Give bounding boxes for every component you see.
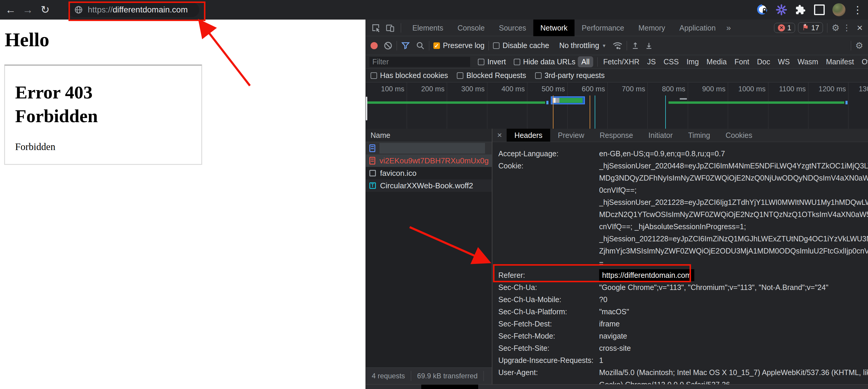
devtools-close-icon[interactable]: × — [854, 22, 866, 33]
tab-elements[interactable]: Elements — [405, 20, 450, 36]
tab-timing[interactable]: Timing — [680, 129, 718, 142]
request-row[interactable] — [366, 142, 492, 154]
error-badge[interactable]: ✕1 — [774, 23, 795, 33]
filter-type-manifest[interactable]: Manifest — [826, 58, 854, 66]
side-panel-icon[interactable] — [813, 4, 825, 16]
starburst-extension-icon[interactable] — [776, 4, 787, 16]
filter-type-doc[interactable]: Doc — [757, 58, 770, 66]
timeline-gridline — [848, 83, 848, 129]
tab-cookies[interactable]: Cookies — [718, 129, 760, 142]
filter-type-fetch[interactable]: Fetch/XHR — [603, 58, 640, 66]
header-row-sec-fetch-site: Sec-Fetch-Site: cross-site — [498, 342, 868, 354]
invert-checkbox[interactable] — [478, 59, 485, 65]
has-blocked-cookies-checkbox[interactable] — [371, 72, 377, 79]
network-overview-timeline[interactable]: 100 ms200 ms300 ms400 ms500 ms600 ms700 … — [366, 83, 868, 129]
reload-icon[interactable]: ↻ — [38, 0, 52, 20]
tab-console[interactable]: Console — [450, 20, 492, 36]
timeline-tick-label: 1000 ms — [730, 85, 766, 93]
console-drawer-strip — [366, 384, 868, 389]
tab-initiator[interactable]: Initiator — [641, 129, 680, 142]
document-icon — [369, 144, 375, 152]
disable-cache-label: Disable cache — [502, 41, 549, 50]
header-row-sec-ch-ua: Sec-Ch-Ua: "Google Chrome";v="113", "Chr… — [498, 281, 868, 294]
request-row[interactable]: vi2EKou9wt7DBH7RXu0mUx0g — [366, 154, 492, 167]
clear-icon[interactable] — [383, 41, 393, 50]
tab-performance[interactable]: Performance — [575, 20, 631, 36]
devtools-tabbar: Elements Console Sources Network Perform… — [366, 20, 868, 36]
record-icon[interactable] — [371, 42, 378, 49]
detail-close-icon[interactable]: × — [492, 130, 507, 140]
timeline-gridline — [728, 83, 728, 129]
timeline-grip[interactable] — [366, 97, 367, 120]
third-party-requests-label: 3rd-party requests — [545, 71, 605, 80]
browser-menu-icon[interactable]: ⋮ — [852, 0, 863, 20]
blocked-requests-checkbox[interactable] — [457, 72, 463, 79]
device-toolbar-icon[interactable] — [383, 23, 397, 33]
filter-funnel-icon[interactable] — [401, 41, 410, 50]
network-options-row: Has blocked cookies Blocked Requests 3rd… — [366, 69, 868, 83]
forward-icon[interactable]: → — [21, 0, 34, 20]
timeline-gridline — [447, 83, 447, 129]
tab-application[interactable]: Application — [672, 20, 723, 36]
tab-network[interactable]: Network — [533, 20, 575, 36]
hide-data-urls-label: Hide data URLs — [523, 58, 576, 66]
tab-sources[interactable]: Sources — [492, 20, 533, 36]
timeline-gridline — [487, 83, 487, 129]
export-har-icon[interactable] — [645, 41, 653, 50]
privacy-extension-icon[interactable] — [756, 4, 768, 16]
back-icon[interactable]: ← — [4, 0, 17, 20]
timeline-event-line — [665, 95, 666, 129]
network-conditions-icon[interactable] — [613, 41, 623, 51]
filter-type-other[interactable]: Other — [862, 58, 868, 66]
filter-type-ws[interactable]: WS — [778, 58, 790, 66]
throttling-caret-icon: ▾ — [603, 42, 606, 49]
header-row-accept-language: Accept-Language: en-GB,en-US;q=0.9,en;q=… — [498, 148, 868, 160]
hide-data-urls-checkbox[interactable] — [514, 59, 520, 65]
document-icon — [369, 157, 375, 164]
invert-label: Invert — [487, 58, 506, 66]
waterfall-bar — [559, 98, 583, 103]
network-summary-bar: 4 requests 69.9 kB transferred — [366, 367, 492, 384]
preserve-log-checkbox[interactable]: ✓ — [433, 42, 440, 49]
filter-type-img[interactable]: Img — [687, 58, 699, 66]
tab-memory[interactable]: Memory — [631, 20, 672, 36]
referer-value: https://differentdomain.com — [599, 269, 694, 281]
address-bar[interactable]: https://differentdomain.com — [68, 2, 199, 17]
filter-type-font[interactable]: Font — [734, 58, 749, 66]
tab-preview[interactable]: Preview — [550, 129, 592, 142]
name-column-header[interactable]: Name — [366, 129, 492, 142]
import-har-icon[interactable] — [631, 41, 640, 50]
extensions-puzzle-icon[interactable] — [795, 4, 806, 16]
profile-avatar[interactable] — [832, 3, 845, 16]
timeline-event-line — [595, 95, 595, 129]
request-row[interactable]: T CircularXXWeb-Book.woff2 — [366, 179, 492, 192]
devtools-menu-icon[interactable]: ⋮ — [840, 23, 854, 33]
header-row-referer: Referer: https://differentdomain.com — [498, 269, 868, 281]
more-tabs-icon[interactable]: » — [723, 23, 735, 33]
tab-response[interactable]: Response — [592, 129, 641, 142]
disable-cache-checkbox[interactable] — [493, 42, 499, 49]
network-main: Name vi2EKou9wt7DBH7RXu0mUx0g favicon.ic… — [366, 129, 868, 384]
filter-type-js[interactable]: JS — [647, 58, 656, 66]
browser-toolbar: ← → ↻ https://differentdomain.com — [0, 0, 868, 20]
image-icon — [369, 170, 376, 176]
request-details-panel: × Headers Preview Response Initiator Tim… — [492, 129, 868, 384]
third-party-requests-checkbox[interactable] — [535, 72, 541, 79]
search-icon[interactable] — [416, 41, 425, 50]
waterfall-bar — [680, 98, 687, 100]
inspect-element-icon[interactable] — [368, 23, 383, 33]
timeline-tick-label: 1100 ms — [770, 85, 806, 93]
issues-badge[interactable]: ⚑×17 — [798, 22, 823, 33]
network-settings-icon[interactable]: ⚙ — [855, 40, 863, 51]
devtools-settings-icon[interactable]: ⚙ — [832, 23, 840, 33]
filter-type-css[interactable]: CSS — [663, 58, 679, 66]
request-row[interactable]: favicon.ico — [366, 167, 492, 179]
preserve-log-label: Preserve log — [443, 41, 485, 50]
redacted-strip — [421, 385, 478, 389]
tab-headers[interactable]: Headers — [507, 129, 550, 142]
throttling-select[interactable]: No throttling — [559, 41, 599, 50]
filter-type-all[interactable]: All — [578, 56, 593, 67]
filter-input[interactable] — [369, 57, 470, 67]
filter-type-media[interactable]: Media — [707, 58, 726, 66]
filter-type-wasm[interactable]: Wasm — [798, 58, 818, 66]
